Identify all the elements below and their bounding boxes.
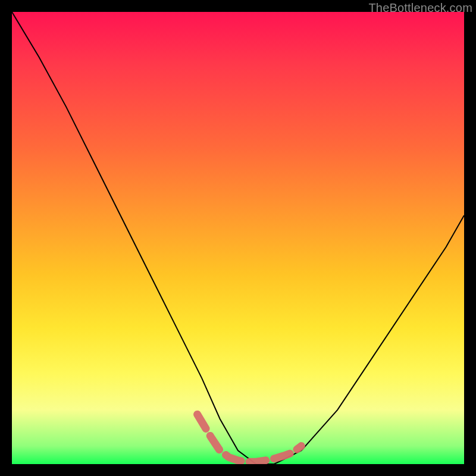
curve-layer [12, 12, 464, 464]
plot-area [12, 12, 464, 464]
chart-svg [12, 12, 464, 464]
sweet-spot-highlight [198, 414, 302, 462]
watermark-text: TheBottleneck.com [368, 1, 472, 15]
chart-frame: TheBottleneck.com [0, 0, 476, 476]
bottleneck-curve [12, 12, 464, 464]
